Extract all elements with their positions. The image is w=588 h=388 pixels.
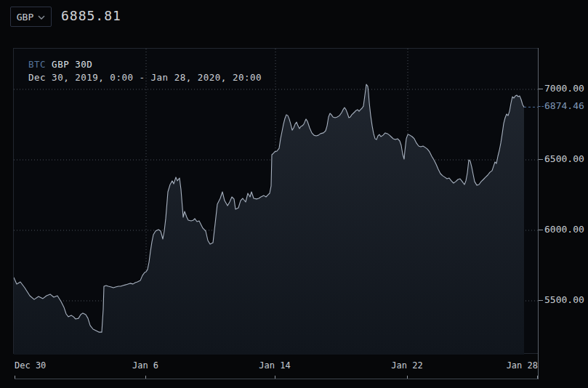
price-area [14,84,524,355]
x-axis-tick [537,376,538,379]
x-axis-label: Jan 6 [109,360,182,371]
header-price: 6885.81 [61,8,121,23]
chart-svg[interactable] [14,49,539,355]
chart-title-rest: GBP 30D [46,59,92,70]
x-axis-label: Jan 14 [238,360,311,371]
x-axis-tick [145,376,146,379]
chart-title-symbol: BTC [28,59,46,70]
y-axis-tick [539,159,543,160]
chart-subtitle: Dec 30, 2019, 0:00 - Jan 28, 2020, 20:00 [28,72,262,83]
x-axis-line [15,379,538,379]
x-axis-tick [275,376,275,379]
y-axis-label: 7000.00 [544,84,584,94]
y-axis-line [538,48,539,379]
x-axis-label: Dec 30 [15,360,87,371]
y-axis-tick [539,300,543,301]
x-axis-label: Jan 28 [465,360,538,371]
chart-title: BTC GBP 30D [28,59,92,70]
y-axis-label: 6000.00 [544,225,584,235]
x-axis-tick [407,376,408,379]
y-axis-label: 6500.00 [544,154,584,164]
y-axis-tick [539,230,543,230]
x-axis-tick [15,376,15,379]
current-price-label: 6874.46 [544,101,584,111]
current-price-tick [539,106,544,107]
y-axis-label: 5500.00 [544,295,584,305]
pair-selector-label: GBP [17,12,33,23]
pair-selector-button[interactable]: GBP [10,7,52,27]
chart-panel: BTC GBP 30D Dec 30, 2019, 0:00 - Jan 28,… [13,48,538,354]
y-axis-tick [539,89,543,89]
chevron-down-icon [38,15,45,20]
x-axis-label: Jan 22 [371,360,443,371]
